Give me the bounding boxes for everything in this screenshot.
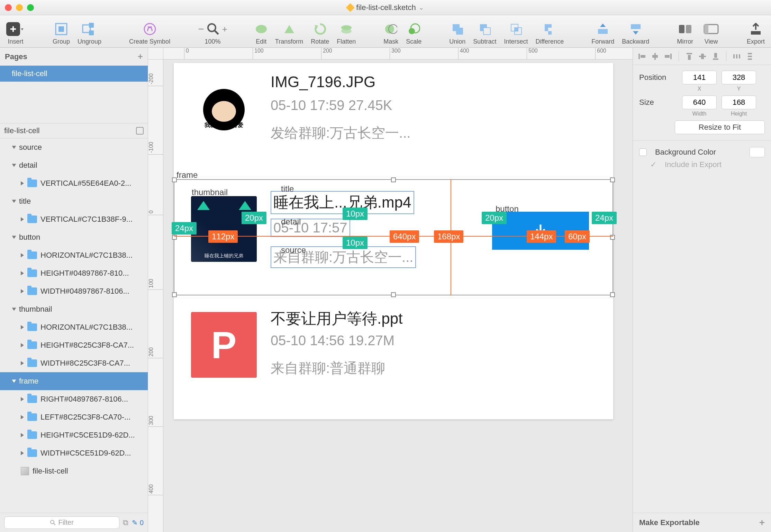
align-vcenter-icon[interactable] (698, 52, 707, 61)
duplicate-icon[interactable]: ⧉ (123, 518, 128, 527)
layer-row[interactable]: HORIZONTAL#C7C1B38... (0, 318, 148, 336)
layer-row[interactable]: VERTICAL#55E64EA0-2... (0, 174, 148, 192)
pages-header: Pages + (0, 48, 148, 66)
canvas-stage[interactable]: 我就是这么可爱 IMG_7196.JPG 05-10 17:59 27.45K … (163, 59, 633, 532)
align-right-icon[interactable] (664, 52, 672, 61)
resize-to-fit-button[interactable]: Resize to Fit (675, 120, 765, 134)
layer-row[interactable]: WIDTH#C5CE51D9-62D... (0, 444, 148, 462)
export-button[interactable]: Export (747, 21, 765, 45)
svg-point-29 (51, 520, 54, 524)
add-page-button[interactable]: + (138, 51, 143, 62)
badge-frame-height: 168px (434, 230, 463, 243)
make-exportable[interactable]: Make Exportable + (633, 513, 771, 532)
flatten-button[interactable]: Flatten (337, 21, 356, 45)
intersect-button[interactable]: Intersect (504, 21, 528, 45)
svg-rect-36 (670, 54, 672, 59)
layer-row[interactable]: source (0, 138, 148, 156)
page-item[interactable]: file-list-cell (0, 66, 148, 82)
file-source-1: 发给群聊:万古长空一... (271, 123, 410, 143)
layer-row[interactable]: HEIGHT#C5CE51D9-62D... (0, 426, 148, 444)
align-top-icon[interactable] (685, 52, 693, 61)
add-export-icon[interactable]: + (759, 517, 765, 528)
create-symbol-button[interactable]: Create Symbol (129, 21, 170, 45)
zoom-window-button[interactable] (27, 4, 34, 11)
filter-bar: Filter ⧉ ✎ 0 (0, 513, 148, 532)
layer-row[interactable]: WIDTH#8C25C3F8-CA7... (0, 354, 148, 372)
file-detail-2: 05-10 17:57 (271, 219, 350, 237)
svg-rect-17 (456, 28, 463, 35)
scale-button[interactable]: Scale (406, 21, 421, 45)
layer-row[interactable]: thumbnail (0, 300, 148, 318)
svg-rect-49 (748, 58, 752, 60)
distribute-h-icon[interactable] (733, 52, 741, 61)
layer-row[interactable]: HEIGHT#8C25C3F8-CA7... (0, 336, 148, 354)
subtract-button[interactable]: Subtract (473, 21, 496, 45)
svg-rect-47 (748, 53, 752, 54)
bg-color-checkbox[interactable] (639, 148, 647, 156)
layer-row[interactable]: frame (0, 372, 148, 390)
view-button[interactable]: View (704, 21, 719, 45)
x-field[interactable] (682, 71, 717, 84)
badge-title-bottom: 10px (343, 208, 368, 220)
svg-rect-37 (665, 55, 670, 58)
rotate-button[interactable]: Rotate (311, 21, 329, 45)
badge-right-margin: 24px (592, 212, 617, 224)
svg-rect-39 (688, 55, 691, 60)
mask-button[interactable]: Mask (383, 21, 398, 45)
svg-rect-44 (733, 54, 735, 58)
thumbnail-1: 我就是这么可爱 (191, 77, 257, 143)
backward-button[interactable]: Backward (622, 21, 649, 45)
badge-left-margin: 24px (172, 222, 197, 235)
title-chevron-icon[interactable]: ⌄ (419, 4, 424, 11)
badge-frame-width: 640px (390, 230, 419, 243)
position-label: Position (639, 73, 677, 82)
svg-rect-27 (704, 25, 708, 34)
mirror-button[interactable]: Mirror (677, 21, 693, 45)
layer-tree[interactable]: sourcedetailVERTICAL#55E64EA0-2...titleV… (0, 138, 148, 513)
edit-button[interactable]: Edit (255, 21, 267, 45)
inspector-body: Position XY Size WidthHeight Resize to F… (633, 65, 771, 177)
bg-color-swatch[interactable] (750, 147, 765, 157)
svg-rect-25 (686, 25, 691, 33)
layer-row[interactable]: title (0, 192, 148, 210)
canvas[interactable]: 0100200300400500600 -200-100010020030040… (148, 48, 633, 532)
align-left-icon[interactable] (638, 52, 646, 61)
svg-rect-38 (687, 53, 692, 54)
edit-pen-icon[interactable]: ✎ 0 (132, 519, 144, 527)
width-field[interactable] (682, 95, 717, 109)
filter-input[interactable]: Filter (4, 516, 119, 529)
artboard-header[interactable]: file-list-cell (0, 123, 148, 138)
transform-button[interactable]: Transform (275, 21, 303, 45)
svg-line-30 (54, 523, 55, 525)
layer-row[interactable]: detail (0, 156, 148, 174)
close-window-button[interactable] (5, 4, 12, 11)
layer-row[interactable]: RIGHT#04897867-8106... (0, 390, 148, 408)
svg-line-8 (215, 31, 218, 34)
traffic-lights (5, 4, 34, 11)
insert-button[interactable]: Insert (6, 21, 25, 45)
minimize-window-button[interactable] (16, 4, 23, 11)
zoom-control[interactable]: −+100% (198, 21, 227, 45)
layer-row[interactable]: HEIGHT#04897867-810... (0, 264, 148, 282)
file-detail-3: 05-10 14:56 19.27M (271, 333, 394, 348)
union-button[interactable]: Union (449, 21, 465, 45)
layer-row[interactable]: VERTICAL#C7C1B38F-9... (0, 210, 148, 228)
align-bottom-icon[interactable] (711, 52, 720, 61)
y-field[interactable] (722, 71, 756, 84)
group-button[interactable]: Group (53, 21, 70, 45)
difference-button[interactable]: Difference (535, 21, 564, 45)
layer-row[interactable]: HORIZONTAL#C7C1B38... (0, 246, 148, 264)
height-field[interactable] (722, 95, 756, 109)
svg-rect-32 (638, 54, 640, 59)
align-hcenter-icon[interactable] (651, 52, 659, 61)
distribute-v-icon[interactable] (746, 52, 754, 61)
layer-row[interactable]: button (0, 228, 148, 246)
ungroup-button[interactable]: Ungroup (78, 21, 101, 45)
svg-rect-18 (483, 28, 490, 35)
layer-row[interactable]: LEFT#8C25C3F8-CA70-... (0, 408, 148, 426)
layer-row[interactable]: WIDTH#04897867-8106... (0, 282, 148, 300)
file-title-3: 不要让用户等待.ppt (271, 309, 402, 329)
badge-btn-left: 20px (482, 212, 507, 224)
forward-button[interactable]: Forward (591, 21, 614, 45)
layer-row[interactable]: file-list-cell (0, 462, 148, 480)
